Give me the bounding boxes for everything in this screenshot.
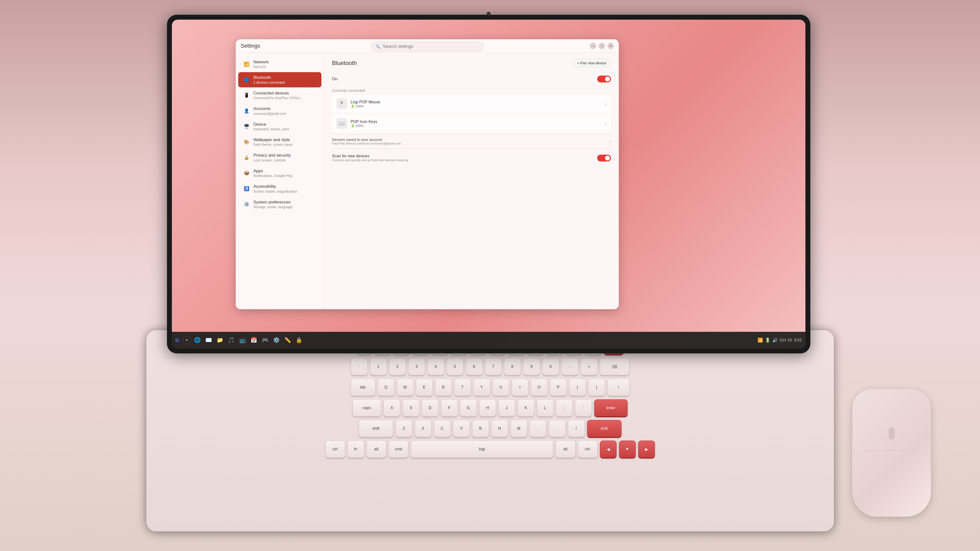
sidebar-item-device[interactable]: 🖥️ Device Keyboard, mouse, print [238,119,321,134]
taskbar-time: 3:01 [794,338,802,343]
key-rbracket[interactable]: ] [589,379,605,396]
key-tab[interactable]: tab [351,379,375,396]
volume-tray-icon[interactable]: 🔊 [772,337,778,343]
key-u[interactable]: U [493,379,509,396]
key-lbracket[interactable]: [ [569,379,586,396]
key-j[interactable]: J [498,399,515,416]
key-capslock[interactable]: caps [353,399,381,416]
wifi-tray-icon[interactable]: 📶 [757,337,763,343]
key-w[interactable]: W [397,379,414,396]
key-b[interactable]: B [472,420,489,437]
bluetooth-toggle[interactable] [597,76,611,83]
key-k[interactable]: K [518,399,535,416]
keyboard-device-status: 🔋 100% [351,124,377,128]
key-o[interactable]: O [531,379,547,396]
key-f[interactable]: F [441,399,458,416]
key-g[interactable]: G [460,399,477,416]
sidebar-item-wallpaper[interactable]: 🎨 Wallpaper and style Dark theme, screen… [238,135,321,149]
taskbar-add-button[interactable]: + [183,336,191,345]
key-x[interactable]: X [415,420,431,437]
key-h[interactable]: H [479,399,496,416]
battery-tray-icon[interactable]: 🔋 [765,337,770,343]
key-ctrl-r[interactable]: ctrl [578,441,597,458]
search-input[interactable] [383,44,479,49]
key-cmd-l[interactable]: cmd [389,441,408,458]
bluetooth-sub: 2 devices connected [253,81,285,84]
taskbar-pen-icon[interactable]: ✏️ [283,335,293,345]
accounts-icon: 👤 [243,108,250,114]
key-comma[interactable]: , [530,420,546,437]
device-title: Device [253,122,289,127]
key-r[interactable]: R [435,379,452,396]
sidebar-item-apps[interactable]: 📦 Apps Notifications, Google Play [238,166,321,181]
key-arrow-left[interactable]: ◀ [600,441,617,458]
accessibility-icon: ♿ [243,185,250,192]
laptop-screen-bezel: Settings 🔍 — □ ✕ [167,15,810,353]
sidebar: 📶 Network ham123 🔵 Bluetooth 2 devices c… [236,53,324,309]
search-bar[interactable]: 🔍 [371,42,484,51]
taskbar-chrome-icon[interactable]: 🌐 [192,335,202,345]
key-backslash[interactable]: \ [608,379,630,396]
key-shift-l[interactable]: shift [359,420,393,437]
sidebar-item-accessibility[interactable]: ♿ Accessibility Screen reader, magnifica… [238,181,321,196]
taskbar-gmail-icon[interactable]: ✉️ [204,335,214,345]
key-arrow-right[interactable]: ▶ [638,441,655,458]
close-button[interactable]: ✕ [608,43,614,49]
taskbar-youtube-icon[interactable]: 📺 [238,335,248,345]
scan-toggle[interactable] [597,155,611,162]
sidebar-item-privacy[interactable]: 🔒 Privacy and security Lock screen, cont… [238,150,321,165]
taskbar-calendar-icon[interactable]: 📅 [249,335,259,345]
key-semicolon[interactable]: ; [556,399,573,416]
key-alt-r[interactable]: alt [556,441,575,458]
keyboard-device-icon: ⌨️ [336,118,347,129]
key-p[interactable]: P [550,379,567,396]
key-shift-r[interactable]: shift [587,420,622,437]
key-quote[interactable]: ' [575,399,592,416]
key-period[interactable]: . [549,420,565,437]
key-slash[interactable]: / [568,420,585,437]
taskbar-lock-icon[interactable]: 🔒 [294,335,304,345]
taskbar-media-icon[interactable]: 🎵 [226,335,236,345]
bluetooth-title: Bluetooth [253,75,285,80]
key-s[interactable]: S [403,399,419,416]
taskbar-games-icon[interactable]: 🎮 [260,335,270,345]
connected-devices-icon: 📱 [243,92,250,98]
laptop-screen: Settings 🔍 — □ ✕ [172,20,805,349]
sidebar-item-network[interactable]: 📶 Network ham123 [238,57,321,71]
device-card-keyboard[interactable]: ⌨️ POP Icon Keys 🔋 100% › [332,114,611,132]
sidebar-item-bluetooth[interactable]: 🔵 Bluetooth 2 devices connected [238,72,321,87]
maximize-button[interactable]: □ [599,43,605,49]
device-left-mouse: 🖱️ Logi POP Mouse 🔋 100% [336,98,380,109]
mouse-chevron-icon: › [605,101,606,107]
key-a[interactable]: A [383,399,400,416]
key-e[interactable]: E [416,379,433,396]
key-t[interactable]: T [454,379,471,396]
key-alt-l[interactable]: alt [367,441,386,458]
key-c[interactable]: C [434,420,450,437]
sidebar-item-accounts[interactable]: 👤 Accounts xxxxxxxx@gmail.com [238,103,321,118]
taskbar-settings-icon[interactable]: ⚙️ [272,335,282,345]
key-y[interactable]: Y [473,379,490,396]
search-icon: 🔍 [375,44,380,49]
saved-devices-row[interactable]: Devices saved to your account Fast Pair … [332,134,611,148]
minimize-button[interactable]: — [590,43,596,49]
key-v[interactable]: V [453,420,470,437]
pair-new-device-button[interactable]: + Pair new device [573,59,611,67]
key-l[interactable]: L [537,399,554,416]
mouse-scroll-wheel [889,427,894,440]
key-z[interactable]: Z [396,420,412,437]
key-i[interactable]: I [512,379,528,396]
sidebar-item-system[interactable]: ⚙️ System preferences Storage, power, la… [238,197,321,212]
sidebar-item-connected-devices[interactable]: 📱 Connected devices Connected to OnePlus… [238,88,321,103]
device-card-mouse[interactable]: 🖱️ Logi POP Mouse 🔋 100% › [332,95,611,113]
key-enter[interactable]: enter [594,399,628,416]
taskbar-files-icon[interactable]: 📁 [215,335,225,345]
key-n[interactable]: N [492,420,508,437]
key-ctrl-l[interactable]: ctrl [325,441,345,458]
key-m[interactable]: M [511,420,527,437]
key-d[interactable]: D [422,399,439,416]
key-space[interactable]: logi [411,441,553,458]
key-arrow-down[interactable]: ▼ [619,441,636,458]
key-q[interactable]: Q [378,379,395,396]
key-fn[interactable]: fn [347,441,364,458]
